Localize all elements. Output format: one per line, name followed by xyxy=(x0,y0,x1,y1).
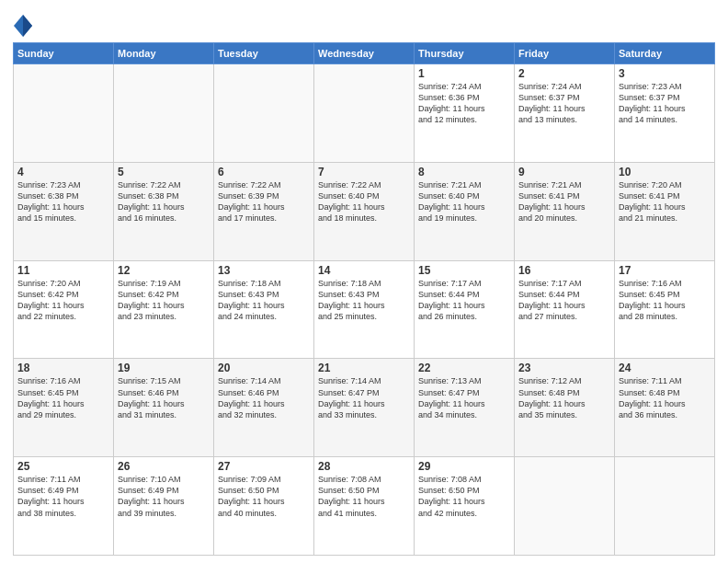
day-info: Sunrise: 7:14 AM Sunset: 6:47 PM Dayligh… xyxy=(318,375,410,420)
calendar-body: 1Sunrise: 7:24 AM Sunset: 6:36 PM Daylig… xyxy=(14,64,715,556)
day-number: 18 xyxy=(17,362,109,374)
day-info: Sunrise: 7:23 AM Sunset: 6:37 PM Dayligh… xyxy=(619,81,711,126)
calendar-week-3: 18Sunrise: 7:16 AM Sunset: 6:45 PM Dayli… xyxy=(14,359,715,457)
day-info: Sunrise: 7:11 AM Sunset: 6:49 PM Dayligh… xyxy=(17,474,109,519)
day-info: Sunrise: 7:20 AM Sunset: 6:42 PM Dayligh… xyxy=(17,278,109,323)
day-info: Sunrise: 7:24 AM Sunset: 6:37 PM Dayligh… xyxy=(518,81,610,126)
calendar-cell: 28Sunrise: 7:08 AM Sunset: 6:50 PM Dayli… xyxy=(314,457,415,556)
logo-icon xyxy=(13,13,33,39)
day-info: Sunrise: 7:18 AM Sunset: 6:43 PM Dayligh… xyxy=(218,278,310,323)
calendar-cell: 14Sunrise: 7:18 AM Sunset: 6:43 PM Dayli… xyxy=(314,260,415,359)
day-info: Sunrise: 7:09 AM Sunset: 6:50 PM Dayligh… xyxy=(218,474,310,519)
day-number: 27 xyxy=(218,460,310,473)
calendar-cell: 15Sunrise: 7:17 AM Sunset: 6:44 PM Dayli… xyxy=(415,260,515,359)
weekday-header-saturday: Saturday xyxy=(615,43,715,64)
day-info: Sunrise: 7:18 AM Sunset: 6:43 PM Dayligh… xyxy=(318,278,410,323)
calendar-cell xyxy=(114,64,214,163)
calendar-cell: 1Sunrise: 7:24 AM Sunset: 6:36 PM Daylig… xyxy=(415,64,515,163)
calendar-cell xyxy=(314,64,415,163)
calendar-cell: 19Sunrise: 7:15 AM Sunset: 6:46 PM Dayli… xyxy=(114,359,214,457)
calendar-cell: 5Sunrise: 7:22 AM Sunset: 6:38 PM Daylig… xyxy=(114,162,214,260)
calendar-week-2: 11Sunrise: 7:20 AM Sunset: 6:42 PM Dayli… xyxy=(14,260,715,359)
calendar-table: SundayMondayTuesdayWednesdayThursdayFrid… xyxy=(13,42,715,556)
weekday-header-sunday: Sunday xyxy=(14,43,114,64)
weekday-header-monday: Monday xyxy=(114,43,214,64)
day-number: 24 xyxy=(619,362,711,374)
day-number: 25 xyxy=(17,460,109,473)
day-number: 4 xyxy=(17,166,109,178)
day-number: 26 xyxy=(118,460,210,473)
calendar-cell: 27Sunrise: 7:09 AM Sunset: 6:50 PM Dayli… xyxy=(214,457,314,556)
day-number: 16 xyxy=(518,264,610,277)
day-info: Sunrise: 7:24 AM Sunset: 6:36 PM Dayligh… xyxy=(418,81,510,126)
day-info: Sunrise: 7:08 AM Sunset: 6:50 PM Dayligh… xyxy=(318,474,410,519)
day-number: 15 xyxy=(418,264,510,277)
day-number: 17 xyxy=(619,264,711,277)
day-number: 13 xyxy=(218,264,310,277)
weekday-header-tuesday: Tuesday xyxy=(214,43,314,64)
day-number: 14 xyxy=(318,264,410,277)
calendar-cell: 29Sunrise: 7:08 AM Sunset: 6:50 PM Dayli… xyxy=(415,457,515,556)
day-info: Sunrise: 7:12 AM Sunset: 6:48 PM Dayligh… xyxy=(518,375,610,420)
weekday-row: SundayMondayTuesdayWednesdayThursdayFrid… xyxy=(14,43,715,64)
day-number: 23 xyxy=(518,362,610,374)
calendar-header: SundayMondayTuesdayWednesdayThursdayFrid… xyxy=(14,43,715,64)
calendar-cell: 7Sunrise: 7:22 AM Sunset: 6:40 PM Daylig… xyxy=(314,162,415,260)
day-info: Sunrise: 7:22 AM Sunset: 6:38 PM Dayligh… xyxy=(118,179,210,224)
calendar-cell: 26Sunrise: 7:10 AM Sunset: 6:49 PM Dayli… xyxy=(114,457,214,556)
calendar-cell: 17Sunrise: 7:16 AM Sunset: 6:45 PM Dayli… xyxy=(615,260,715,359)
calendar-cell: 6Sunrise: 7:22 AM Sunset: 6:39 PM Daylig… xyxy=(214,162,314,260)
calendar-week-1: 4Sunrise: 7:23 AM Sunset: 6:38 PM Daylig… xyxy=(14,162,715,260)
day-number: 5 xyxy=(118,166,210,178)
calendar-cell: 20Sunrise: 7:14 AM Sunset: 6:46 PM Dayli… xyxy=(214,359,314,457)
calendar-cell: 11Sunrise: 7:20 AM Sunset: 6:42 PM Dayli… xyxy=(14,260,114,359)
svg-marker-1 xyxy=(23,15,32,37)
calendar-cell: 22Sunrise: 7:13 AM Sunset: 6:47 PM Dayli… xyxy=(415,359,515,457)
logo xyxy=(13,13,36,39)
day-info: Sunrise: 7:23 AM Sunset: 6:38 PM Dayligh… xyxy=(17,179,109,224)
day-number: 19 xyxy=(118,362,210,374)
day-number: 21 xyxy=(318,362,410,374)
calendar-cell: 21Sunrise: 7:14 AM Sunset: 6:47 PM Dayli… xyxy=(314,359,415,457)
day-number: 12 xyxy=(118,264,210,277)
calendar-cell: 18Sunrise: 7:16 AM Sunset: 6:45 PM Dayli… xyxy=(14,359,114,457)
day-number: 11 xyxy=(17,264,109,277)
day-info: Sunrise: 7:13 AM Sunset: 6:47 PM Dayligh… xyxy=(418,375,510,420)
day-info: Sunrise: 7:10 AM Sunset: 6:49 PM Dayligh… xyxy=(118,474,210,519)
day-number: 10 xyxy=(619,166,711,178)
day-info: Sunrise: 7:22 AM Sunset: 6:39 PM Dayligh… xyxy=(218,179,310,224)
calendar-cell: 10Sunrise: 7:20 AM Sunset: 6:41 PM Dayli… xyxy=(615,162,715,260)
calendar-cell: 16Sunrise: 7:17 AM Sunset: 6:44 PM Dayli… xyxy=(515,260,615,359)
day-number: 1 xyxy=(418,67,510,80)
day-number: 20 xyxy=(218,362,310,374)
calendar-cell: 24Sunrise: 7:11 AM Sunset: 6:48 PM Dayli… xyxy=(615,359,715,457)
day-number: 28 xyxy=(318,460,410,473)
day-number: 22 xyxy=(418,362,510,374)
day-info: Sunrise: 7:17 AM Sunset: 6:44 PM Dayligh… xyxy=(518,278,610,323)
day-info: Sunrise: 7:19 AM Sunset: 6:42 PM Dayligh… xyxy=(118,278,210,323)
calendar-cell xyxy=(615,457,715,556)
day-info: Sunrise: 7:08 AM Sunset: 6:50 PM Dayligh… xyxy=(418,474,510,519)
day-number: 6 xyxy=(218,166,310,178)
calendar-cell: 23Sunrise: 7:12 AM Sunset: 6:48 PM Dayli… xyxy=(515,359,615,457)
calendar-cell xyxy=(214,64,314,163)
day-info: Sunrise: 7:11 AM Sunset: 6:48 PM Dayligh… xyxy=(619,375,711,420)
calendar-cell: 3Sunrise: 7:23 AM Sunset: 6:37 PM Daylig… xyxy=(615,64,715,163)
calendar-cell xyxy=(14,64,114,163)
calendar-cell: 2Sunrise: 7:24 AM Sunset: 6:37 PM Daylig… xyxy=(515,64,615,163)
day-number: 3 xyxy=(619,67,711,80)
day-info: Sunrise: 7:16 AM Sunset: 6:45 PM Dayligh… xyxy=(619,278,711,323)
day-info: Sunrise: 7:16 AM Sunset: 6:45 PM Dayligh… xyxy=(17,375,109,420)
calendar-cell xyxy=(515,457,615,556)
weekday-header-thursday: Thursday xyxy=(415,43,515,64)
day-info: Sunrise: 7:20 AM Sunset: 6:41 PM Dayligh… xyxy=(619,179,711,224)
calendar-cell: 13Sunrise: 7:18 AM Sunset: 6:43 PM Dayli… xyxy=(214,260,314,359)
calendar-cell: 9Sunrise: 7:21 AM Sunset: 6:41 PM Daylig… xyxy=(515,162,615,260)
day-info: Sunrise: 7:21 AM Sunset: 6:41 PM Dayligh… xyxy=(518,179,610,224)
weekday-header-wednesday: Wednesday xyxy=(314,43,415,64)
day-number: 2 xyxy=(518,67,610,80)
header xyxy=(13,9,715,39)
page: SundayMondayTuesdayWednesdayThursdayFrid… xyxy=(0,0,728,563)
day-info: Sunrise: 7:22 AM Sunset: 6:40 PM Dayligh… xyxy=(318,179,410,224)
calendar-cell: 8Sunrise: 7:21 AM Sunset: 6:40 PM Daylig… xyxy=(415,162,515,260)
